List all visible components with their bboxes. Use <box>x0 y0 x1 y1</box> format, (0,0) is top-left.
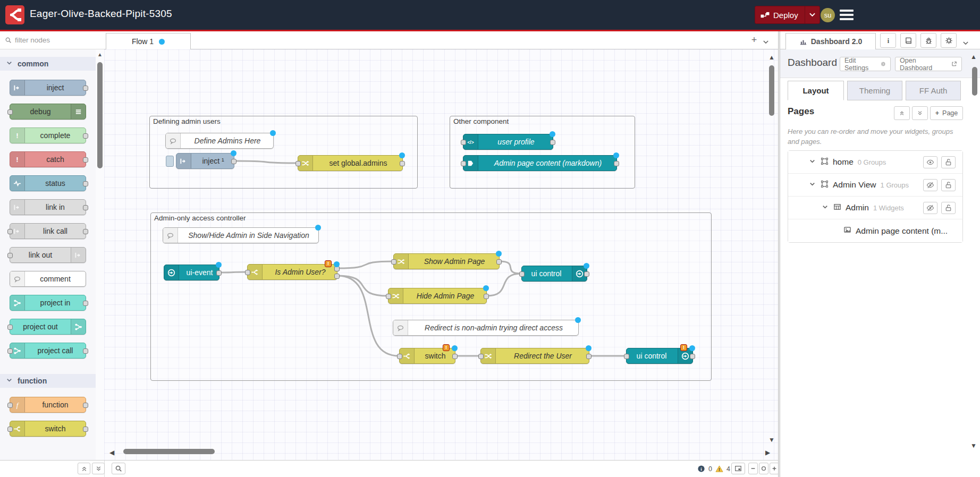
palette-category-function[interactable]: function <box>0 374 96 388</box>
change-set-global-admins[interactable]: set global.admins <box>298 155 403 171</box>
sid-debug-tab[interactable] <box>920 33 936 48</box>
palette-node-project-in[interactable]: project in <box>10 295 86 311</box>
input-port[interactable] <box>386 294 391 299</box>
is-admin-user[interactable]: Is Admin User?! <box>247 264 337 280</box>
palette-node-inject[interactable]: inject <box>10 80 86 96</box>
ui-event[interactable]: ui-event <box>164 265 219 280</box>
sid-help-tab[interactable] <box>900 33 916 48</box>
tree-row-admin-view[interactable]: Admin View1 Groups <box>788 174 962 197</box>
output-port[interactable] <box>231 159 236 164</box>
output-port[interactable] <box>216 270 222 276</box>
palette-search-input[interactable]: filter nodes <box>0 31 104 49</box>
lock-toggle-button[interactable] <box>941 156 956 168</box>
pages-expand-all-button[interactable] <box>912 106 928 120</box>
palette-node-link-out[interactable]: link out <box>10 247 86 263</box>
input-port[interactable] <box>7 427 13 432</box>
output-port[interactable] <box>83 205 88 210</box>
input-port[interactable] <box>461 161 466 166</box>
input-port[interactable] <box>7 253 13 258</box>
deploy-options-button[interactable] <box>805 6 820 23</box>
admin-page-content[interactable]: Admin page content (markdown) <box>463 155 617 171</box>
pages-collapse-all-button[interactable] <box>894 106 910 120</box>
switch-node[interactable]: switch! <box>399 348 455 364</box>
navigator-button[interactable] <box>731 463 745 474</box>
output-port[interactable] <box>550 140 555 145</box>
palette-node-complete[interactable]: !complete <box>10 127 86 143</box>
output-port[interactable] <box>83 181 88 186</box>
palette-scrollbar[interactable]: ▲ ▼ <box>96 49 104 460</box>
sidebar-scroll-up-icon[interactable]: ▲ <box>970 53 977 61</box>
output-port[interactable] <box>83 403 88 408</box>
palette-scroll-up-icon[interactable]: ▲ <box>97 52 103 57</box>
show-admin-page[interactable]: Show Admin Page <box>393 253 500 269</box>
palette-node-catch[interactable]: !catch <box>10 151 86 167</box>
tab-layout[interactable]: Layout <box>788 81 844 100</box>
output-port[interactable] <box>83 301 88 306</box>
output-port[interactable] <box>690 354 695 359</box>
group-other-component[interactable]: Other component <box>450 116 635 189</box>
output-port[interactable] <box>586 354 592 359</box>
input-port[interactable] <box>478 354 484 359</box>
canvas-scroll-right-icon[interactable]: ▶ <box>765 449 770 456</box>
output-port[interactable] <box>584 271 589 277</box>
input-port[interactable] <box>7 109 13 115</box>
input-port[interactable] <box>397 354 402 359</box>
output-port[interactable] <box>83 348 88 354</box>
canvas-search-button[interactable] <box>112 463 125 474</box>
palette-category-common[interactable]: common <box>0 57 96 71</box>
chevron-down-icon[interactable] <box>808 180 816 190</box>
ui-control-1[interactable]: ui control <box>521 266 587 282</box>
open-dashboard-button[interactable]: Open Dashboard <box>895 57 962 71</box>
visibility-toggle-button[interactable] <box>923 202 937 214</box>
tree-row-home[interactable]: home0 Groups <box>788 151 962 174</box>
palette-node-project-call[interactable]: project call <box>10 343 86 359</box>
tab-theming[interactable]: Theming <box>847 81 902 100</box>
flow-canvas[interactable]: ▲ ▼ ◀ ▶ Defining admin usersOther compon… <box>104 49 778 460</box>
canvas-scroll-left-icon[interactable]: ◀ <box>109 449 114 456</box>
input-port[interactable] <box>7 325 13 330</box>
sid-config-tab[interactable] <box>941 33 957 48</box>
palette-expand-all-button[interactable] <box>92 463 105 474</box>
sidebar-scroll-down-icon[interactable]: ▼ <box>970 442 977 449</box>
inject-trigger-button[interactable] <box>166 156 174 167</box>
group-defining-admin-users[interactable]: Defining admin users <box>149 116 418 189</box>
output-port[interactable] <box>484 294 489 299</box>
palette-collapse-all-button[interactable] <box>78 463 90 474</box>
output-port[interactable] <box>83 157 88 163</box>
input-port[interactable] <box>519 271 525 277</box>
add-flow-button[interactable]: + <box>748 35 760 46</box>
redirect-the-user[interactable]: Redirect the User <box>480 348 589 364</box>
zoom-out-button[interactable] <box>748 463 758 474</box>
output-port-2[interactable] <box>334 274 340 279</box>
visibility-toggle-button[interactable] <box>923 179 937 191</box>
palette-node-switch[interactable]: switch <box>10 421 86 437</box>
sid-info-tab[interactable]: i <box>880 33 896 48</box>
input-port[interactable] <box>391 259 396 265</box>
tree-row-admin-page-content-m-[interactable]: Admin page content (m... <box>788 219 962 242</box>
sidebar-tabs-menu-button[interactable] <box>963 38 968 47</box>
output-port[interactable] <box>496 259 502 265</box>
input-port[interactable] <box>7 229 13 234</box>
output-port[interactable] <box>452 354 458 359</box>
palette-node-comment[interactable]: comment <box>10 271 86 287</box>
output-port[interactable] <box>400 161 405 166</box>
palette-node-link-in[interactable]: link in <box>10 199 86 215</box>
ui-control-2[interactable]: ui control! <box>626 348 693 364</box>
lock-toggle-button[interactable] <box>941 179 956 191</box>
add-page-button[interactable]: +Page <box>930 106 963 120</box>
tree-row-admin[interactable]: Admin1 Widgets <box>788 197 962 219</box>
visibility-toggle-button[interactable] <box>923 156 937 168</box>
output-port[interactable] <box>83 86 88 91</box>
palette-node-link-call[interactable]: link call <box>10 223 86 239</box>
comment-redirect[interactable]: Redirect is non-admin trying direct acce… <box>393 320 579 336</box>
palette-node-status[interactable]: status <box>10 175 86 191</box>
deploy-button[interactable]: Deploy <box>755 6 820 24</box>
comment-show-hide[interactable]: Show/Hide Admin in Side Navigation <box>163 227 319 243</box>
output-port[interactable] <box>83 133 88 139</box>
user-profile[interactable]: </>user profile <box>463 134 553 150</box>
chevron-down-icon[interactable] <box>821 203 829 213</box>
palette-node-debug[interactable]: debug <box>10 104 86 120</box>
canvas-scroll-down-icon[interactable]: ▼ <box>768 436 775 444</box>
edit-settings-button[interactable]: Edit Settings <box>840 57 891 71</box>
tab-flow-1[interactable]: Flow 1 <box>106 33 191 49</box>
